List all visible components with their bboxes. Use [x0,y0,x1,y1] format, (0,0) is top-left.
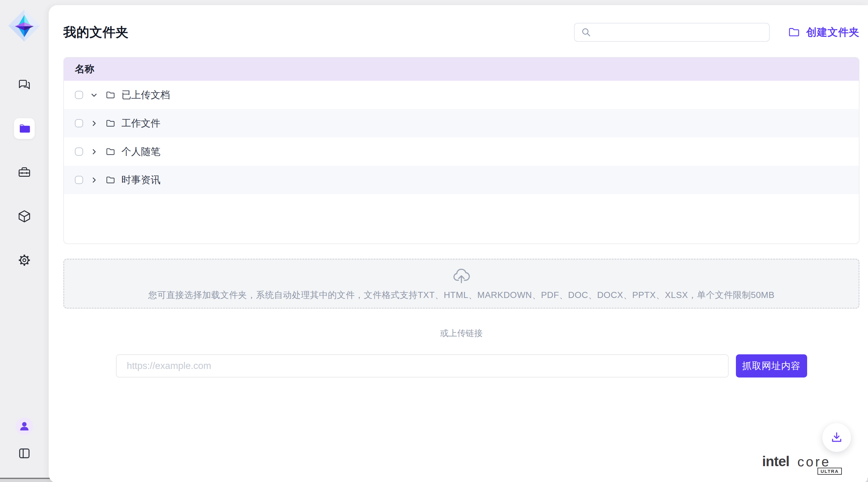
ultra-badge: ULTRA [817,468,842,475]
toolbox-icon [17,165,31,179]
chat-bubbles-icon [17,78,31,92]
upload-hint-text: 您可直接选择加载文件夹，系统自动处理其中的文件，文件格式支持TXT、HTML、M… [148,289,775,301]
sidebar-nav [14,74,35,271]
table-row-work-files[interactable]: 工作文件 [64,109,859,137]
sidebar-collapse-button[interactable] [15,444,33,462]
row-checkbox[interactable] [75,176,83,184]
chevron-right-icon[interactable] [90,176,98,184]
page-title: 我的文件夹 [63,24,129,41]
folder-icon [105,147,115,157]
app-window: 我的文件夹 创建文件夹 名称 [0,0,868,479]
fetch-url-button[interactable]: 抓取网址内容 [736,355,807,377]
intel-wordmark: intel [762,453,789,470]
folder-name: 个人随笔 [121,145,160,159]
gear-icon [17,253,31,267]
download-icon [830,430,844,445]
search-box[interactable] [574,23,770,42]
chevron-right-icon[interactable] [90,148,98,155]
page-header: 我的文件夹 创建文件夹 [63,22,860,42]
user-avatar-icon [18,420,31,433]
create-folder-button[interactable]: 创建文件夹 [788,25,860,39]
folder-icon [105,90,115,100]
main-panel: 我的文件夹 创建文件夹 名称 [49,5,868,482]
folder-name: 时事资讯 [121,173,160,187]
or-upload-link-label: 或上传链接 [63,328,860,339]
folder-name: 工作文件 [121,117,160,130]
folder-name: 已上传文档 [121,88,170,102]
sidebar [0,0,49,478]
sidebar-item-folders[interactable] [14,118,35,139]
upload-dropzone[interactable]: 您可直接选择加载文件夹，系统自动处理其中的文件，文件格式支持TXT、HTML、M… [63,259,860,309]
folder-icon [105,118,115,128]
row-checkbox[interactable] [75,147,83,156]
row-checkbox[interactable] [75,119,83,127]
download-button[interactable] [823,423,851,452]
search-input[interactable] [596,27,763,37]
panel-toggle-icon [17,446,31,460]
create-folder-label: 创建文件夹 [806,25,860,39]
folder-icon [105,175,115,185]
core-wordmark: core [797,454,831,470]
table-row-news[interactable]: 时事资讯 [64,166,859,194]
intel-core-ultra-logo: intel core ULTRA [762,453,854,474]
url-upload-row: 抓取网址内容 [63,355,860,377]
sidebar-item-models[interactable] [14,206,35,227]
folder-icon [18,122,30,135]
diamond-logo-icon [8,8,41,42]
app-logo [8,8,41,42]
create-folder-icon [788,26,800,38]
sidebar-item-settings[interactable] [14,250,35,271]
cloud-upload-icon [451,266,471,286]
table-row-personal-notes[interactable]: 个人随笔 [64,137,859,166]
folder-table: 名称 已上传文档 工作文件 [63,57,860,244]
cube-icon [17,209,31,223]
url-input[interactable] [116,355,728,377]
sidebar-item-toolbox[interactable] [14,162,35,183]
chevron-right-icon[interactable] [90,120,98,127]
table-header-row: 名称 [64,58,859,81]
chevron-down-icon[interactable] [90,91,98,99]
user-avatar[interactable] [16,418,33,435]
table-row-uploaded-docs[interactable]: 已上传文档 [64,81,859,109]
search-icon [581,27,592,38]
sidebar-item-chat[interactable] [14,74,35,95]
row-checkbox[interactable] [75,91,83,99]
name-column-header: 名称 [75,62,94,76]
